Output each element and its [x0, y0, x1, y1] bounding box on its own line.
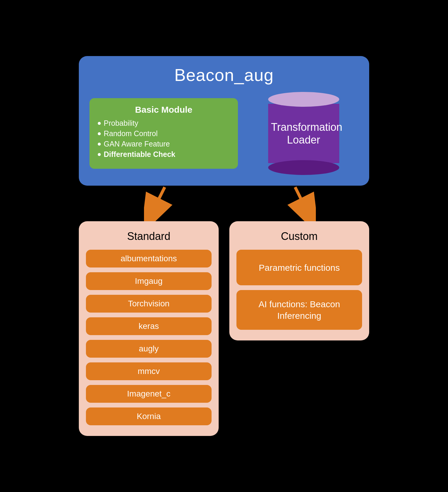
svg-line-1 — [150, 187, 165, 217]
custom-item-parametric: Parametric functions — [236, 250, 362, 285]
right-arrow-svg — [286, 186, 316, 221]
bullet-icon — [98, 132, 101, 135]
bullet-icon — [98, 153, 101, 156]
list-item: Differentiable Check — [98, 150, 230, 159]
beacon-aug-box: Beacon_aug Basic Module Probability Rand… — [79, 56, 369, 186]
standard-item-augly: augly — [86, 340, 212, 358]
arrow-left — [144, 186, 174, 222]
diagram-container: Beacon_aug Basic Module Probability Rand… — [61, 56, 387, 436]
arrow-right — [286, 186, 316, 222]
basic-module-title: Basic Module — [98, 105, 230, 115]
basic-module-box: Basic Module Probability Random Control … — [89, 98, 238, 169]
cylinder-bottom — [268, 160, 339, 175]
custom-box: Custom Parametric functions AI functions… — [229, 221, 369, 340]
standard-item-mmcv: mmcv — [86, 362, 212, 380]
standard-item-keras: keras — [86, 317, 212, 335]
cylinder-body: Transformation Loader — [268, 104, 339, 163]
list-item-label: GAN Aware Feature — [104, 140, 170, 148]
arrows-section — [79, 186, 369, 221]
beacon-aug-title: Beacon_aug — [174, 65, 274, 85]
bullet-icon — [98, 143, 101, 146]
standard-item-imagenet-c: Imagenet_c — [86, 385, 212, 403]
list-item-label: Probability — [104, 119, 138, 128]
standard-item-kornia: Kornia — [86, 407, 212, 425]
list-item-label: Differentiable Check — [104, 150, 175, 159]
bottom-section: Standard albumentations Imgaug Torchvisi… — [79, 221, 369, 436]
left-arrow-svg — [144, 186, 174, 221]
basic-module-list: Probability Random Control GAN Aware Fea… — [98, 119, 230, 159]
standard-title: Standard — [127, 230, 170, 243]
transformation-line2: Loader — [287, 134, 320, 146]
cylinder-container: Transformation Loader — [268, 92, 339, 175]
list-item: Probability — [98, 119, 230, 128]
cylinder-text: Transformation Loader — [271, 121, 336, 146]
list-item: GAN Aware Feature — [98, 140, 230, 148]
cylinder-top — [268, 92, 339, 107]
list-item: Random Control — [98, 129, 230, 138]
svg-line-3 — [295, 187, 310, 217]
custom-title: Custom — [281, 230, 318, 243]
standard-box: Standard albumentations Imgaug Torchvisi… — [79, 221, 219, 436]
custom-item-ai-functions: AI functions: Beacon Inferencing — [236, 290, 362, 330]
standard-item-torchvision: Torchvision — [86, 295, 212, 313]
bullet-icon — [98, 122, 101, 125]
list-item-label: Random Control — [104, 129, 158, 138]
transformation-loader: Transformation Loader — [249, 92, 359, 175]
beacon-aug-inner: Basic Module Probability Random Control … — [89, 92, 359, 175]
standard-item-albumentations: albumentations — [86, 250, 212, 268]
transformation-line1: Transformation — [271, 121, 343, 133]
standard-item-imgaug: Imgaug — [86, 272, 212, 290]
